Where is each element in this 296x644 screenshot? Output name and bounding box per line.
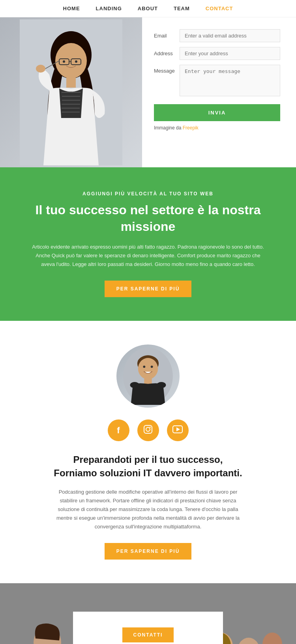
address-label: Address <box>154 51 180 56</box>
profile-avatar <box>116 344 180 408</box>
email-input[interactable] <box>180 29 280 42</box>
green-title: Il tuo successo nel settore è la nostra … <box>32 202 264 235</box>
svg-point-20 <box>143 365 145 368</box>
svg-point-21 <box>151 365 153 368</box>
contact-form-wrapper: Email Address Message INVIA Immagine da … <box>142 17 296 167</box>
svg-point-19 <box>138 358 158 379</box>
green-promo-section: AGGIUNGI PIÙ VELOCITÀ AL TUO SITO WEB Il… <box>0 167 296 321</box>
facebook-label: f <box>117 425 120 436</box>
svg-point-7 <box>75 60 77 63</box>
message-label: Message <box>154 65 180 74</box>
freepik-link[interactable]: Freepik <box>183 125 199 131</box>
nav-landing[interactable]: LANDING <box>96 6 122 11</box>
hero-contact-section: Email Address Message INVIA Immagine da … <box>0 17 296 167</box>
email-group: Email <box>154 29 280 42</box>
profile-cta-button[interactable]: PER SAPERNE DI PIÙ <box>105 543 192 560</box>
svg-rect-8 <box>66 78 76 88</box>
facebook-icon-button[interactable]: f <box>108 419 129 441</box>
svg-point-6 <box>63 60 65 63</box>
nav-about[interactable]: ABOUT <box>138 6 158 11</box>
svg-marker-29 <box>176 427 180 431</box>
svg-point-26 <box>146 427 150 431</box>
message-textarea[interactable] <box>180 65 280 96</box>
address-group: Address <box>154 47 280 60</box>
email-label: Email <box>154 33 180 39</box>
hero-image-placeholder <box>0 17 142 167</box>
submit-button[interactable]: INVIA <box>154 104 280 121</box>
svg-point-23 <box>130 382 139 388</box>
man-illustration <box>122 348 174 405</box>
contact-card: CONTATTI Insieme per uno stile di vita a… <box>73 612 223 644</box>
hero-image <box>0 17 142 167</box>
svg-point-15 <box>36 65 45 73</box>
svg-point-27 <box>150 427 151 428</box>
address-input[interactable] <box>180 47 280 60</box>
instagram-icon-button[interactable] <box>137 419 159 441</box>
freepik-attribution: Immagine da Freepik <box>154 125 280 131</box>
instagram-label <box>143 425 153 436</box>
youtube-label <box>172 425 183 435</box>
youtube-icon-button[interactable] <box>167 419 189 441</box>
nav-contact[interactable]: CONTACT <box>206 6 233 11</box>
woman-illustration <box>20 19 122 165</box>
contatti-button[interactable]: CONTATTI <box>122 627 174 642</box>
contact-bottom-section: CONTATTI Insieme per uno stile di vita a… <box>0 583 296 644</box>
svg-point-24 <box>157 382 166 388</box>
nav-home[interactable]: HOME <box>63 6 80 11</box>
green-cta-button[interactable]: PER SAPERNE DI PIÙ <box>105 281 192 297</box>
green-subtitle: AGGIUNGI PIÙ VELOCITÀ AL TUO SITO WEB <box>32 191 264 197</box>
navigation: HOME LANDING ABOUT TEAM CONTACT <box>0 0 296 17</box>
green-body-text: Articolo evidente arrivato espresso uomi… <box>32 243 264 269</box>
message-group: Message <box>154 65 280 96</box>
profile-body-text: Podcasting gestione delle modifiche oper… <box>49 488 247 531</box>
profile-section: f Preparandoti per il tuo successo,Forni… <box>0 321 296 583</box>
social-icons-container: f <box>16 419 280 441</box>
profile-title: Preparandoti per il tuo successo,Forniam… <box>16 453 280 479</box>
nav-team[interactable]: TEAM <box>174 6 190 11</box>
svg-rect-22 <box>144 378 152 384</box>
svg-rect-25 <box>144 425 152 433</box>
